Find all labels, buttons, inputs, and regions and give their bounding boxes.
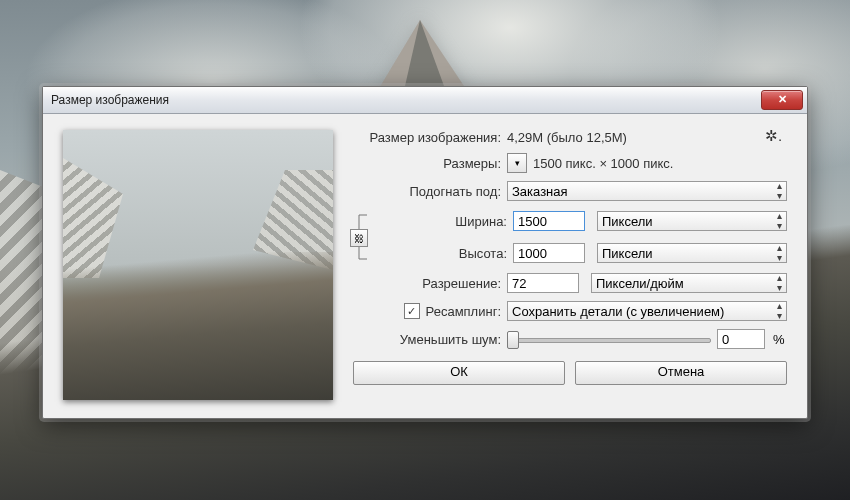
dropdown-arrows-icon: ▴▾ xyxy=(774,243,784,263)
resolution-unit-select[interactable]: Пиксели/дюйм ▴▾ xyxy=(591,273,787,293)
resample-select[interactable]: Сохранить детали (с увеличением) ▴▾ xyxy=(507,301,787,321)
image-preview[interactable] xyxy=(63,130,333,400)
gear-icon[interactable]: ✲. xyxy=(765,127,781,143)
dropdown-arrows-icon: ▴▾ xyxy=(774,301,784,321)
width-unit-value: Пиксели xyxy=(602,214,653,229)
ok-button[interactable]: ОК xyxy=(353,361,565,385)
noise-input[interactable] xyxy=(717,329,765,349)
noise-suffix: % xyxy=(773,332,787,347)
slider-thumb-icon[interactable] xyxy=(507,331,519,349)
cancel-button[interactable]: Отмена xyxy=(575,361,787,385)
dimensions-value: 1500 пикс. × 1000 пикс. xyxy=(533,156,673,171)
close-button[interactable]: ✕ xyxy=(761,90,803,110)
resolution-input[interactable] xyxy=(507,273,579,293)
resolution-unit-value: Пиксели/дюйм xyxy=(596,276,684,291)
resample-label: Ресамплинг: xyxy=(426,304,501,319)
resolution-label: Разрешение: xyxy=(353,276,501,291)
height-unit-select[interactable]: Пиксели ▴▾ xyxy=(597,243,787,263)
height-input[interactable] xyxy=(513,243,585,263)
width-input[interactable] xyxy=(513,211,585,231)
fit-to-select[interactable]: Заказная ▴▾ xyxy=(507,181,787,201)
link-icon[interactable]: ⛓ xyxy=(350,229,368,247)
dropdown-arrows-icon: ▴▾ xyxy=(774,181,784,201)
image-size-value: 4,29M (было 12,5M) xyxy=(507,130,787,145)
image-size-label: Размер изображения: xyxy=(353,130,501,145)
width-unit-select[interactable]: Пиксели ▴▾ xyxy=(597,211,787,231)
constrain-link-bracket: ⛓ xyxy=(353,209,371,265)
dropdown-arrows-icon: ▴▾ xyxy=(774,273,784,293)
fit-to-value: Заказная xyxy=(512,184,568,199)
dimensions-unit-toggle[interactable]: ▾ xyxy=(507,153,527,173)
resample-checkbox[interactable]: ✓ xyxy=(404,303,420,319)
image-size-dialog: Размер изображения ✕ ✲. Размер изображен… xyxy=(42,86,808,419)
width-label: Ширина: xyxy=(381,214,507,229)
dimensions-label: Размеры: xyxy=(353,156,501,171)
resample-value: Сохранить детали (с увеличением) xyxy=(512,304,724,319)
fit-to-label: Подогнать под: xyxy=(353,184,501,199)
form-area: Размер изображения: 4,29M (было 12,5M) Р… xyxy=(353,130,787,400)
dialog-title: Размер изображения xyxy=(51,93,761,107)
noise-label: Уменьшить шум: xyxy=(353,332,501,347)
noise-slider[interactable] xyxy=(507,330,711,348)
height-unit-value: Пиксели xyxy=(602,246,653,261)
dropdown-arrows-icon: ▴▾ xyxy=(774,211,784,231)
height-label: Высота: xyxy=(381,246,507,261)
dialog-titlebar[interactable]: Размер изображения ✕ xyxy=(43,87,807,114)
